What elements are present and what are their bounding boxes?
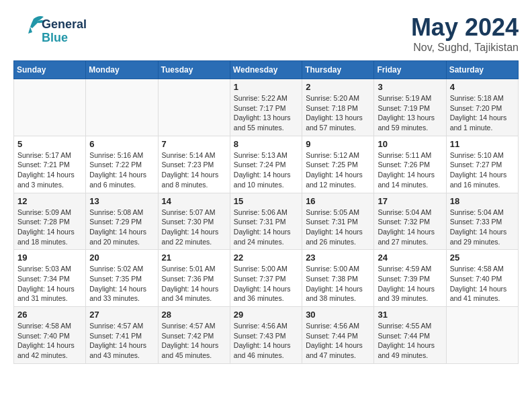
calendar-cell: 5Sunrise: 5:17 AMSunset: 7:21 PMDaylight… [14, 136, 86, 193]
day-info: Sunrise: 5:00 AMSunset: 7:38 PMDaylight:… [306, 264, 370, 304]
calendar-cell: 30Sunrise: 4:56 AMSunset: 7:44 PMDayligh… [302, 307, 374, 364]
day-info: Sunrise: 5:02 AMSunset: 7:35 PMDaylight:… [89, 264, 154, 304]
calendar-cell: 11Sunrise: 5:10 AMSunset: 7:27 PMDayligh… [446, 136, 518, 193]
day-info: Sunrise: 4:55 AMSunset: 7:44 PMDaylight:… [378, 321, 442, 361]
day-number: 4 [450, 82, 515, 92]
day-info: Sunrise: 4:56 AMSunset: 7:43 PMDaylight:… [234, 321, 298, 361]
day-info: Sunrise: 5:18 AMSunset: 7:20 PMDaylight:… [450, 93, 515, 133]
calendar-cell: 22Sunrise: 5:00 AMSunset: 7:37 PMDayligh… [230, 250, 302, 307]
calendar-cell: 1Sunrise: 5:22 AMSunset: 7:17 PMDaylight… [230, 79, 302, 136]
day-info: Sunrise: 4:59 AMSunset: 7:39 PMDaylight:… [378, 264, 442, 304]
col-wednesday: Wednesday [230, 61, 302, 79]
calendar-cell: 6Sunrise: 5:16 AMSunset: 7:22 PMDaylight… [86, 136, 158, 193]
logo: General Blue [13, 13, 87, 46]
calendar-cell [86, 79, 158, 136]
day-info: Sunrise: 4:57 AMSunset: 7:42 PMDaylight:… [162, 321, 226, 361]
day-number: 18 [450, 196, 515, 206]
col-monday: Monday [86, 61, 158, 79]
col-sunday: Sunday [14, 61, 86, 79]
day-number: 16 [306, 196, 370, 206]
day-number: 23 [306, 253, 370, 263]
col-tuesday: Tuesday [158, 61, 230, 79]
day-info: Sunrise: 5:11 AMSunset: 7:26 PMDaylight:… [378, 150, 442, 190]
calendar-cell: 21Sunrise: 5:01 AMSunset: 7:36 PMDayligh… [158, 250, 230, 307]
page-header: General Blue May 2024 Nov, Sughd, Tajiki… [13, 13, 519, 54]
calendar-cell: 14Sunrise: 5:07 AMSunset: 7:30 PMDayligh… [158, 193, 230, 250]
calendar-week-row: 26Sunrise: 4:58 AMSunset: 7:40 PMDayligh… [14, 307, 519, 364]
calendar-cell: 24Sunrise: 4:59 AMSunset: 7:39 PMDayligh… [374, 250, 446, 307]
calendar-body: 1Sunrise: 5:22 AMSunset: 7:17 PMDaylight… [14, 79, 519, 364]
day-number: 1 [234, 82, 298, 92]
day-info: Sunrise: 4:58 AMSunset: 7:40 PMDaylight:… [450, 264, 515, 304]
day-info: Sunrise: 5:08 AMSunset: 7:29 PMDaylight:… [89, 208, 154, 247]
day-number: 11 [450, 139, 515, 149]
day-info: Sunrise: 5:12 AMSunset: 7:25 PMDaylight:… [306, 150, 370, 190]
day-number: 25 [450, 253, 515, 263]
day-number: 15 [234, 196, 298, 206]
calendar-cell: 18Sunrise: 5:04 AMSunset: 7:33 PMDayligh… [446, 193, 518, 250]
day-number: 13 [89, 196, 154, 206]
day-info: Sunrise: 5:14 AMSunset: 7:23 PMDaylight:… [162, 150, 226, 190]
col-thursday: Thursday [302, 61, 374, 79]
calendar-title: May 2024 [411, 13, 519, 42]
day-info: Sunrise: 5:00 AMSunset: 7:37 PMDaylight:… [234, 264, 298, 304]
day-number: 12 [17, 196, 82, 206]
day-number: 2 [306, 82, 370, 92]
calendar-cell: 29Sunrise: 4:56 AMSunset: 7:43 PMDayligh… [230, 307, 302, 364]
title-block: May 2024 Nov, Sughd, Tajikistan [411, 13, 519, 54]
day-number: 31 [378, 310, 442, 320]
calendar-week-row: 12Sunrise: 5:09 AMSunset: 7:28 PMDayligh… [14, 193, 519, 250]
day-number: 27 [89, 310, 154, 320]
day-number: 14 [162, 196, 226, 206]
day-info: Sunrise: 5:13 AMSunset: 7:24 PMDaylight:… [234, 150, 298, 190]
day-number: 24 [378, 253, 442, 263]
calendar-cell: 20Sunrise: 5:02 AMSunset: 7:35 PMDayligh… [86, 250, 158, 307]
day-info: Sunrise: 5:01 AMSunset: 7:36 PMDaylight:… [162, 264, 226, 304]
day-number: 20 [89, 253, 154, 263]
day-info: Sunrise: 5:03 AMSunset: 7:34 PMDaylight:… [17, 264, 82, 304]
calendar-week-row: 1Sunrise: 5:22 AMSunset: 7:17 PMDaylight… [14, 79, 519, 136]
calendar-table: Sunday Monday Tuesday Wednesday Thursday… [13, 60, 519, 364]
day-info: Sunrise: 5:16 AMSunset: 7:22 PMDaylight:… [89, 150, 154, 190]
calendar-cell: 17Sunrise: 5:04 AMSunset: 7:32 PMDayligh… [374, 193, 446, 250]
day-number: 28 [162, 310, 226, 320]
day-number: 29 [234, 310, 298, 320]
calendar-cell: 27Sunrise: 4:57 AMSunset: 7:41 PMDayligh… [86, 307, 158, 364]
calendar-cell: 13Sunrise: 5:08 AMSunset: 7:29 PMDayligh… [86, 193, 158, 250]
calendar-cell: 19Sunrise: 5:03 AMSunset: 7:34 PMDayligh… [14, 250, 86, 307]
calendar-cell [14, 79, 86, 136]
calendar-week-row: 5Sunrise: 5:17 AMSunset: 7:21 PMDaylight… [14, 136, 519, 193]
day-info: Sunrise: 5:22 AMSunset: 7:17 PMDaylight:… [234, 93, 298, 133]
day-number: 21 [162, 253, 226, 263]
day-info: Sunrise: 5:10 AMSunset: 7:27 PMDaylight:… [450, 150, 515, 190]
calendar-cell: 31Sunrise: 4:55 AMSunset: 7:44 PMDayligh… [374, 307, 446, 364]
day-number: 17 [378, 196, 442, 206]
day-number: 19 [17, 253, 82, 263]
calendar-cell: 15Sunrise: 5:06 AMSunset: 7:31 PMDayligh… [230, 193, 302, 250]
calendar-subtitle: Nov, Sughd, Tajikistan [411, 42, 519, 54]
day-info: Sunrise: 5:19 AMSunset: 7:19 PMDaylight:… [378, 93, 442, 133]
day-number: 22 [234, 253, 298, 263]
calendar-header-row: Sunday Monday Tuesday Wednesday Thursday… [14, 61, 519, 79]
calendar-cell [446, 307, 518, 364]
calendar-cell: 25Sunrise: 4:58 AMSunset: 7:40 PMDayligh… [446, 250, 518, 307]
logo-line2: Blue [42, 32, 87, 45]
calendar-cell: 10Sunrise: 5:11 AMSunset: 7:26 PMDayligh… [374, 136, 446, 193]
day-number: 10 [378, 139, 442, 149]
day-info: Sunrise: 5:05 AMSunset: 7:31 PMDaylight:… [306, 208, 370, 247]
calendar-cell: 9Sunrise: 5:12 AMSunset: 7:25 PMDaylight… [302, 136, 374, 193]
calendar-cell: 2Sunrise: 5:20 AMSunset: 7:18 PMDaylight… [302, 79, 374, 136]
calendar-cell: 3Sunrise: 5:19 AMSunset: 7:19 PMDaylight… [374, 79, 446, 136]
day-info: Sunrise: 5:04 AMSunset: 7:32 PMDaylight:… [378, 208, 442, 247]
calendar-week-row: 19Sunrise: 5:03 AMSunset: 7:34 PMDayligh… [14, 250, 519, 307]
day-info: Sunrise: 4:56 AMSunset: 7:44 PMDaylight:… [306, 321, 370, 361]
day-info: Sunrise: 4:57 AMSunset: 7:41 PMDaylight:… [89, 321, 154, 361]
calendar-cell [158, 79, 230, 136]
day-number: 6 [89, 139, 154, 149]
calendar-cell: 12Sunrise: 5:09 AMSunset: 7:28 PMDayligh… [14, 193, 86, 250]
day-number: 7 [162, 139, 226, 149]
day-number: 9 [306, 139, 370, 149]
day-info: Sunrise: 5:04 AMSunset: 7:33 PMDaylight:… [450, 208, 515, 247]
calendar-cell: 7Sunrise: 5:14 AMSunset: 7:23 PMDaylight… [158, 136, 230, 193]
calendar-cell: 16Sunrise: 5:05 AMSunset: 7:31 PMDayligh… [302, 193, 374, 250]
